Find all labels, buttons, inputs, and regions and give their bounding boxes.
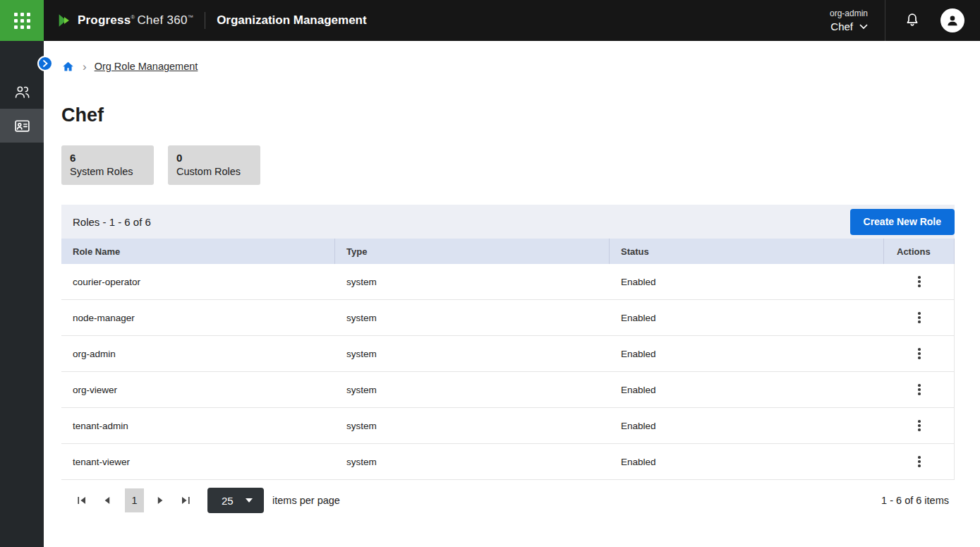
previous-page-button[interactable] — [99, 493, 115, 508]
type-cell: system — [335, 313, 610, 323]
row-actions-menu-button[interactable] — [910, 380, 928, 399]
sidebar-item-users[interactable] — [0, 75, 44, 109]
status-cell: Enabled — [610, 421, 884, 431]
type-cell: system — [335, 421, 610, 431]
product-name: Chef 360™ — [137, 13, 193, 28]
table-row: org-admin system Enabled — [61, 336, 955, 372]
type-cell: system — [335, 457, 610, 467]
product-trademark: ™ — [188, 14, 193, 20]
last-page-button[interactable] — [178, 493, 193, 508]
column-header-status[interactable]: Status — [610, 239, 884, 264]
top-header: Progress® Chef 360™ Organization Managem… — [0, 0, 980, 41]
column-header-role-name[interactable]: Role Name — [61, 239, 335, 264]
table-row: courier-operator system Enabled — [61, 264, 955, 300]
custom-roles-count: 0 — [176, 152, 246, 164]
role-name-cell: node-manager — [61, 313, 335, 323]
header-vertical-separator — [885, 0, 885, 41]
chevron-right-icon — [43, 60, 48, 67]
waffle-icon — [14, 13, 30, 29]
status-cell: Enabled — [610, 385, 884, 395]
sidebar-item-org-roles[interactable] — [0, 109, 44, 143]
kebab-icon — [918, 384, 921, 395]
system-roles-label: System Roles — [70, 166, 140, 177]
user-role-label: org-admin — [830, 8, 868, 19]
page-size-value: 25 — [222, 495, 234, 507]
first-page-button[interactable] — [74, 493, 90, 508]
row-actions-menu-button[interactable] — [910, 344, 928, 363]
page-number-button[interactable]: 1 — [125, 488, 144, 512]
kebab-icon — [918, 456, 921, 467]
type-cell: system — [335, 385, 610, 395]
chevron-down-icon — [859, 24, 868, 30]
role-name-cell: org-admin — [61, 349, 335, 359]
row-actions-menu-button[interactable] — [910, 272, 928, 291]
system-roles-count: 6 — [70, 152, 140, 164]
kebab-icon — [918, 276, 921, 287]
page-title: Chef — [61, 103, 955, 127]
status-cell: Enabled — [610, 349, 884, 359]
system-roles-card: 6 System Roles — [61, 145, 154, 185]
kebab-icon — [918, 312, 921, 323]
breadcrumb-separator: › — [83, 61, 87, 73]
kebab-icon — [918, 420, 921, 431]
person-icon — [945, 13, 960, 28]
table-toolbar: Roles - 1 - 6 of 6 Create New Role — [61, 205, 955, 239]
page-size-dropdown[interactable]: 25 — [207, 488, 264, 513]
home-icon — [61, 60, 75, 73]
notifications-button[interactable] — [904, 12, 921, 29]
column-header-type[interactable]: Type — [335, 239, 610, 264]
column-header-actions: Actions — [884, 239, 955, 264]
table-row: tenant-viewer system Enabled — [61, 444, 955, 480]
role-name-cell: courier-operator — [61, 277, 335, 287]
table-body: courier-operator system Enabled node-man… — [61, 264, 955, 480]
tenant-name-label: Chef — [830, 20, 853, 33]
progress-logo-icon — [56, 13, 72, 28]
table-header-row: Role Name Type Status Actions — [61, 239, 955, 264]
header-logo-divider — [205, 12, 205, 29]
row-actions-menu-button[interactable] — [910, 308, 928, 327]
table-row: node-manager system Enabled — [61, 300, 955, 336]
role-name-cell: tenant-viewer — [61, 457, 335, 467]
breadcrumb-current-link[interactable]: Org Role Management — [95, 61, 198, 72]
type-cell: system — [335, 349, 610, 359]
row-actions-menu-button[interactable] — [910, 452, 928, 471]
main-content: › Org Role Management Chef 6 System Role… — [44, 41, 980, 547]
stat-cards: 6 System Roles 0 Custom Roles — [61, 145, 955, 185]
pagination-bar: 1 25 items per page 1 - 6 of 6 items — [61, 480, 955, 521]
table-row: tenant-admin system Enabled — [61, 408, 955, 444]
home-breadcrumb-link[interactable] — [61, 60, 75, 73]
sidebar-expand-button[interactable] — [37, 56, 53, 71]
items-per-page-label: items per page — [272, 495, 340, 506]
row-actions-menu-button[interactable] — [910, 416, 928, 435]
left-sidebar — [0, 41, 44, 547]
status-cell: Enabled — [610, 277, 884, 287]
roles-badge-icon — [13, 117, 31, 135]
dropdown-arrow-icon — [246, 498, 253, 503]
app-title: Organization Management — [217, 13, 367, 28]
brand-logo: Progress® Chef 360™ — [56, 13, 193, 28]
tenant-menu[interactable]: org-admin Chef — [830, 8, 868, 33]
next-page-button[interactable] — [152, 493, 168, 508]
user-avatar-button[interactable] — [940, 8, 964, 32]
status-cell: Enabled — [610, 457, 884, 467]
create-new-role-button[interactable]: Create New Role — [850, 209, 955, 235]
header-right: org-admin Chef — [830, 0, 980, 41]
app-launcher-button[interactable] — [0, 0, 44, 41]
custom-roles-card: 0 Custom Roles — [168, 145, 260, 185]
custom-roles-label: Custom Roles — [176, 166, 246, 177]
table-title: Roles - 1 - 6 of 6 — [73, 216, 151, 228]
status-cell: Enabled — [610, 313, 884, 323]
table-row: org-viewer system Enabled — [61, 372, 955, 408]
roles-table: Roles - 1 - 6 of 6 Create New Role Role … — [61, 205, 955, 521]
kebab-icon — [918, 348, 921, 359]
users-icon — [13, 83, 31, 101]
type-cell: system — [335, 277, 610, 287]
pagination-range-label: 1 - 6 of 6 items — [881, 495, 955, 506]
breadcrumb: › Org Role Management — [61, 59, 955, 73]
brand-trademark: ® — [131, 14, 135, 20]
role-name-cell: org-viewer — [61, 385, 335, 395]
role-name-cell: tenant-admin — [61, 421, 335, 431]
bell-icon — [904, 12, 921, 29]
brand-name: Progress® — [78, 13, 135, 28]
